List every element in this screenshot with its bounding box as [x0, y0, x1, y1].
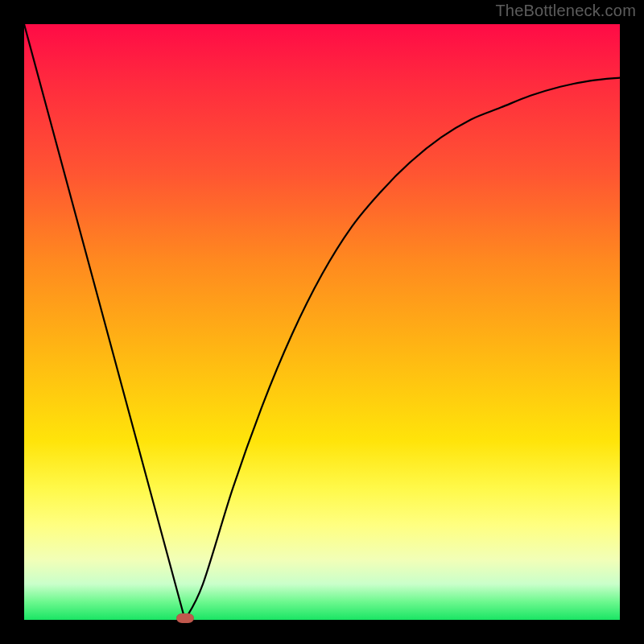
chart-stage: TheBottleneck.com [0, 0, 644, 644]
watermark-text: TheBottleneck.com [495, 2, 636, 20]
plot-area [24, 24, 620, 620]
svg-line-0 [24, 24, 185, 620]
optimal-point-marker [176, 613, 194, 623]
bottleneck-curve [24, 24, 620, 620]
